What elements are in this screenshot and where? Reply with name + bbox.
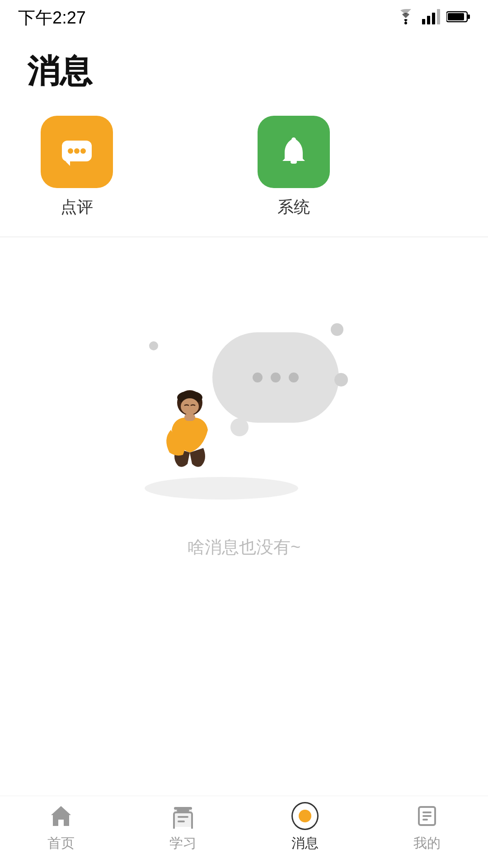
home-icon xyxy=(47,802,75,830)
signal-icon xyxy=(422,9,440,26)
float-dot-2 xyxy=(149,341,158,350)
svg-rect-12 xyxy=(291,160,297,164)
nav-label-home: 首页 xyxy=(47,834,75,853)
float-dot-3 xyxy=(334,373,348,387)
page-title: 消息 xyxy=(0,32,488,107)
svg-point-10 xyxy=(74,148,80,154)
svg-rect-4 xyxy=(437,9,440,24)
svg-rect-3 xyxy=(432,13,435,24)
message-icon-active xyxy=(291,802,319,830)
svg-rect-1 xyxy=(422,19,425,24)
nav-label-message: 消息 xyxy=(291,834,319,853)
svg-point-13 xyxy=(291,137,296,142)
svg-rect-21 xyxy=(178,821,185,822)
message-active-dot xyxy=(299,810,311,822)
svg-rect-6 xyxy=(448,13,464,20)
bubble-dot-2 xyxy=(271,373,281,382)
svg-point-9 xyxy=(68,148,73,154)
battery-icon xyxy=(446,11,470,24)
system-icon-bg xyxy=(258,116,330,188)
svg-rect-26 xyxy=(422,815,432,817)
svg-rect-23 xyxy=(179,807,187,811)
bubble-dot-1 xyxy=(253,373,263,382)
nav-item-study[interactable]: 学习 xyxy=(122,802,244,853)
speech-bubble xyxy=(212,332,339,423)
status-time: 下午2:27 xyxy=(18,6,86,29)
nav-item-message[interactable]: 消息 xyxy=(244,802,366,853)
category-section: 点评 系统 xyxy=(0,107,488,236)
message-active-ring xyxy=(291,802,319,830)
study-icon xyxy=(169,802,197,830)
bubble-dot-3 xyxy=(289,373,299,382)
svg-point-17 xyxy=(181,398,199,415)
person-illustration xyxy=(154,389,226,481)
category-item-review[interactable]: 点评 xyxy=(27,116,127,218)
svg-rect-7 xyxy=(468,14,470,19)
empty-text: 啥消息也没有~ xyxy=(188,536,300,559)
wifi-icon xyxy=(396,9,416,26)
float-dot-1 xyxy=(331,323,343,336)
category-item-system[interactable]: 系统 xyxy=(244,116,343,218)
mine-icon xyxy=(413,802,441,830)
nav-item-mine[interactable]: 我的 xyxy=(366,802,488,853)
status-bar: 下午2:27 xyxy=(0,0,488,32)
system-label: 系统 xyxy=(277,196,310,218)
svg-rect-20 xyxy=(178,816,188,818)
svg-rect-25 xyxy=(422,811,432,813)
nav-item-home[interactable]: 首页 xyxy=(0,802,122,853)
empty-state: 啥消息也没有~ xyxy=(0,237,488,559)
status-icons xyxy=(396,9,470,26)
svg-rect-27 xyxy=(422,819,428,821)
empty-illustration xyxy=(140,319,348,509)
svg-rect-2 xyxy=(427,16,430,24)
bottom-nav: 首页 学习 消息 xyxy=(0,796,488,868)
svg-point-0 xyxy=(404,22,407,24)
review-label: 点评 xyxy=(61,196,93,218)
review-icon-bg xyxy=(41,116,113,188)
svg-point-11 xyxy=(80,148,86,154)
svg-rect-16 xyxy=(184,414,195,421)
nav-label-study: 学习 xyxy=(169,834,197,853)
nav-label-mine: 我的 xyxy=(413,834,441,853)
